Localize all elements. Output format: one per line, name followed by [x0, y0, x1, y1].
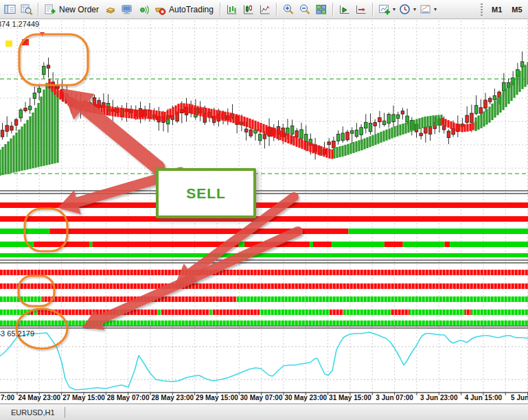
time-axis-label: 7:00	[1, 394, 14, 401]
time-axis-label: 31 May 15:00	[329, 394, 371, 401]
timeframe-button-m5[interactable]: M5	[507, 3, 527, 16]
chart-canvas[interactable]	[0, 19, 528, 404]
tab-label: EURUSD,H1	[11, 408, 55, 417]
toolbar-separator	[372, 3, 374, 16]
templates-dropdown-caret[interactable]: ▾	[434, 6, 437, 12]
new-order-icon[interactable]	[42, 1, 58, 18]
auto-scroll-icon[interactable]	[336, 1, 353, 18]
oscillator-pane[interactable]	[0, 332, 528, 390]
toolbar-separator	[332, 3, 334, 16]
chart-window[interactable]: 374 1.27449 43 65.2179 SELL 7:0024 May 2…	[0, 19, 528, 404]
metaeditor-icon[interactable]	[119, 1, 135, 18]
new-order-label[interactable]: New Order	[58, 5, 102, 14]
red-arrow-annotation	[62, 89, 165, 175]
time-axis-label: 5 Jun 07:0	[511, 394, 528, 401]
toolbar-separator	[276, 3, 277, 16]
tab-separator	[65, 407, 65, 418]
orange-circle-annotation	[19, 34, 88, 85]
time-axis-label: 27 May 15:00	[62, 394, 105, 401]
ohlc-label: 374 1.27449	[0, 20, 39, 28]
autotrading-label[interactable]: AutoTrading	[168, 5, 217, 14]
templates-icon[interactable]	[417, 1, 434, 18]
crosshair-icon[interactable]	[19, 1, 35, 18]
zoom-in-icon[interactable]	[280, 1, 297, 18]
timeframe-group: M1M5M15	[481, 0, 528, 19]
time-axis-label: 28 May 23:00	[151, 394, 194, 401]
line-chart-icon[interactable]	[257, 1, 273, 18]
timeframe-button-m1[interactable]: M1	[487, 3, 507, 16]
sell-annotation-label: SELL	[186, 185, 226, 202]
time-axis-label: 30 May 23:00	[284, 394, 327, 401]
time-axis-label: 29 May 15:00	[196, 394, 238, 401]
toolbar: New Order AutoTrading ▾ ▾ ▾ M1M5M15	[0, 0, 528, 19]
bar-chart-icon[interactable]	[224, 1, 240, 18]
time-axis-label: 30 May 07:00	[240, 394, 283, 401]
time-axis-label: 28 May 07:00	[107, 394, 150, 401]
toolbar-separator	[220, 3, 221, 16]
chart-shift-icon[interactable]	[353, 1, 369, 18]
oscillator-label: 43 65.2179	[0, 329, 34, 338]
signals-icon[interactable]	[135, 1, 152, 18]
periods-dropdown-caret[interactable]: ▾	[413, 6, 416, 12]
time-axis-label: 3 Jun 23:00	[420, 394, 457, 401]
periods-icon[interactable]	[397, 1, 413, 18]
zoom-out-icon[interactable]	[297, 1, 313, 18]
mt4-window: New Order AutoTrading ▾ ▾ ▾ M1M5M15 374 …	[0, 0, 528, 420]
toolbar-grip[interactable]	[481, 3, 483, 16]
chart-tab-bar: EURUSD,H1	[0, 404, 528, 420]
toolbar-separator	[38, 3, 39, 16]
time-axis[interactable]: 7:0024 May 23:0027 May 15:0028 May 07:00…	[0, 394, 528, 404]
oscillator-line	[0, 332, 528, 390]
yellow-signal-marker	[5, 40, 12, 47]
sell-annotation-box: SELL	[156, 168, 256, 218]
stripe-pane-2	[0, 270, 528, 325]
time-axis-label: 24 May 23:00	[18, 394, 60, 401]
time-axis-label: 4 Jun 15:00	[465, 394, 502, 401]
autotrading-cart-icon[interactable]	[152, 1, 168, 18]
tab-eurusd-h1[interactable]: EURUSD,H1	[0, 406, 65, 419]
styler-icon[interactable]	[102, 1, 119, 18]
time-axis-label: 3 Jun 07:00	[376, 394, 413, 401]
indicators-icon[interactable]	[376, 1, 393, 18]
tile-windows-icon[interactable]	[313, 1, 330, 18]
indicators-dropdown-caret[interactable]: ▾	[393, 6, 395, 12]
candlestick-chart-icon[interactable]	[240, 1, 257, 18]
charts-panel-icon[interactable]	[2, 1, 19, 18]
